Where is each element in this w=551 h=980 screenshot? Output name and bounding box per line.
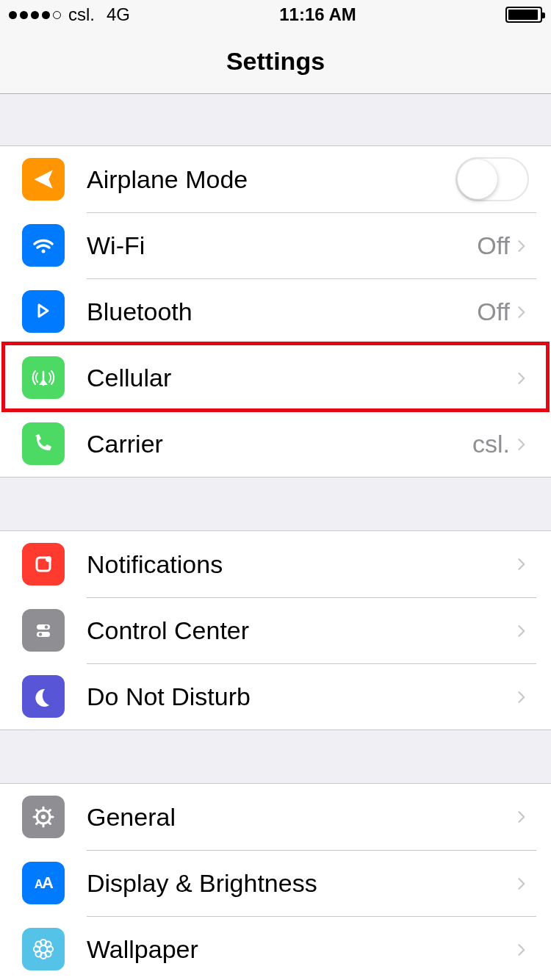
row-label: Cellular bbox=[87, 364, 516, 392]
airplane-icon bbox=[22, 158, 65, 201]
row-detail: csl. bbox=[472, 430, 510, 458]
chevron-right-icon bbox=[516, 685, 529, 709]
row-label: Notifications bbox=[87, 550, 516, 579]
settings-row-general[interactable]: General bbox=[0, 784, 551, 850]
wallpaper-icon bbox=[22, 928, 65, 970]
network-type-label: 4G bbox=[107, 4, 130, 25]
battery-fill bbox=[508, 10, 538, 20]
chevron-right-icon bbox=[516, 234, 529, 258]
chevron-right-icon bbox=[516, 938, 529, 962]
settings-group: GeneralDisplay & BrightnessWallpaper bbox=[0, 783, 551, 980]
row-label: Carrier bbox=[87, 430, 472, 458]
row-label: Airplane Mode bbox=[87, 165, 455, 194]
row-label: Control Center bbox=[87, 616, 516, 645]
nav-bar: Settings bbox=[0, 29, 551, 94]
chevron-right-icon bbox=[516, 619, 529, 643]
clock-label: 11:16 AM bbox=[279, 4, 356, 25]
row-label: General bbox=[87, 803, 516, 832]
status-left: csl. 4G bbox=[9, 4, 130, 25]
status-right bbox=[505, 7, 542, 23]
settings-row-airplane[interactable]: Airplane Mode bbox=[0, 146, 551, 212]
settings-row-control-center[interactable]: Control Center bbox=[0, 597, 551, 663]
chevron-right-icon bbox=[516, 367, 529, 390]
chevron-right-icon bbox=[516, 805, 529, 829]
settings-row-notifications[interactable]: Notifications bbox=[0, 531, 551, 597]
notifications-icon bbox=[22, 543, 65, 586]
cellular-icon bbox=[22, 356, 65, 399]
wifi-icon bbox=[22, 224, 65, 267]
settings-row-cellular[interactable]: Cellular bbox=[0, 345, 551, 411]
chevron-right-icon bbox=[516, 433, 529, 456]
row-label: Display & Brightness bbox=[87, 869, 516, 898]
chevron-right-icon bbox=[516, 300, 529, 324]
status-bar: csl. 4G 11:16 AM bbox=[0, 0, 551, 29]
settings-row-dnd[interactable]: Do Not Disturb bbox=[0, 663, 551, 729]
settings-list: Airplane ModeWi-FiOffBluetoothOffCellula… bbox=[0, 94, 551, 980]
toggle-airplane[interactable] bbox=[455, 157, 529, 201]
row-label: Do Not Disturb bbox=[87, 682, 516, 711]
chevron-right-icon bbox=[516, 552, 529, 576]
row-label: Wallpaper bbox=[87, 935, 516, 964]
gear-icon bbox=[22, 796, 65, 838]
chevron-right-icon bbox=[516, 872, 529, 896]
carrier-label: csl. bbox=[68, 4, 95, 25]
control-center-icon bbox=[22, 609, 65, 652]
battery-icon bbox=[505, 7, 542, 23]
page-title: Settings bbox=[226, 47, 325, 76]
signal-strength-icon bbox=[9, 11, 61, 19]
phone-icon bbox=[22, 422, 65, 465]
settings-row-wifi[interactable]: Wi-FiOff bbox=[0, 212, 551, 278]
settings-row-carrier[interactable]: Carriercsl. bbox=[0, 411, 551, 477]
settings-group: NotificationsControl CenterDo Not Distur… bbox=[0, 530, 551, 730]
bluetooth-icon bbox=[22, 290, 65, 333]
settings-row-bluetooth[interactable]: BluetoothOff bbox=[0, 278, 551, 345]
moon-icon bbox=[22, 675, 65, 718]
settings-row-display[interactable]: Display & Brightness bbox=[0, 850, 551, 916]
settings-group: Airplane ModeWi-FiOffBluetoothOffCellula… bbox=[0, 145, 551, 478]
display-icon bbox=[22, 862, 65, 904]
settings-row-wallpaper[interactable]: Wallpaper bbox=[0, 916, 551, 980]
row-detail: Off bbox=[477, 231, 510, 260]
row-label: Wi-Fi bbox=[87, 231, 477, 260]
row-detail: Off bbox=[477, 298, 510, 326]
row-label: Bluetooth bbox=[87, 298, 477, 326]
